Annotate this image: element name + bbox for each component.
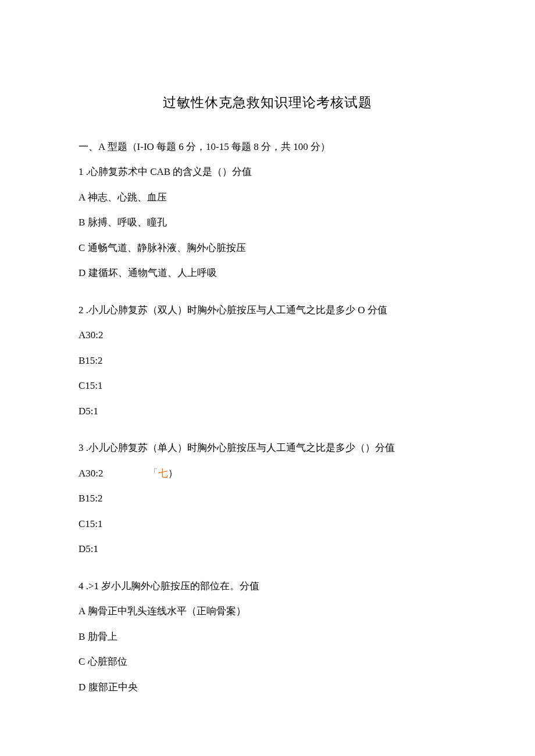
question-2: 2 .小儿心肺复苏（双人）时胸外心脏按压与人工通气之比是多少 O 分值 A30:…: [79, 303, 456, 419]
q3-annot-main: 七: [158, 468, 168, 479]
q3-option-d: D5:1: [79, 542, 456, 557]
q3-annotation: 「七）: [148, 466, 178, 481]
q3-option-b: B15:2: [79, 491, 456, 506]
q1-option-a: A 神志、心跳、血压: [79, 190, 456, 205]
q2-option-c: C15:1: [79, 378, 456, 393]
q4-stem: 4 .>1 岁小儿胸外心脏按压的部位在。分值: [79, 579, 456, 594]
q4-option-a: A 胸骨正中乳头连线水平（正响骨案）: [79, 604, 456, 619]
q4-option-d: D 腹部正中央: [79, 680, 456, 695]
q3-option-c: C15:1: [79, 517, 456, 532]
exam-title: 过敏性休克急救知识理论考核试题: [79, 93, 456, 113]
q3-annot-prefix: 「: [148, 468, 158, 479]
question-3: 3 .小儿心肺复苏（单人）时胸外心脏按压与人工通气之比是多少（）分值 A30:2…: [79, 440, 456, 557]
section-header: 一、A 型题（I-IO 每题 6 分，10-15 每题 8 分，共 100 分）: [79, 139, 456, 155]
q3-option-a: A30:2: [79, 466, 148, 481]
q3-annot-suffix: ）: [168, 468, 178, 479]
q1-option-b: B 脉搏、呼吸、瞳孔: [79, 215, 456, 230]
q2-option-d: D5:1: [79, 404, 456, 419]
q2-stem: 2 .小儿心肺复苏（双人）时胸外心脏按压与人工通气之比是多少 O 分值: [79, 303, 456, 318]
q3-stem: 3 .小儿心肺复苏（单人）时胸外心脏按压与人工通气之比是多少（）分值: [79, 440, 456, 456]
q2-option-b: B15:2: [79, 353, 456, 368]
q1-option-d: D 建循坏、通物气道、人上呼吸: [79, 266, 456, 281]
q1-option-c: C 通畅气道、静脉补液、胸外心脏按压: [79, 241, 456, 256]
question-4: 4 .>1 岁小儿胸外心脏按压的部位在。分值 A 胸骨正中乳头连线水平（正响骨案…: [79, 579, 456, 695]
question-1: 1 .心肺复苏术中 CAB 的含义是（）分值 A 神志、心跳、血压 B 脉搏、呼…: [79, 164, 456, 281]
q1-stem: 1 .心肺复苏术中 CAB 的含义是（）分值: [79, 164, 456, 180]
q4-option-b: B 肋骨上: [79, 629, 456, 644]
q3-option-a-row: A30:2 「七）: [79, 466, 456, 481]
q2-option-a: A30:2: [79, 328, 456, 343]
q4-option-c: C 心脏部位: [79, 654, 456, 669]
